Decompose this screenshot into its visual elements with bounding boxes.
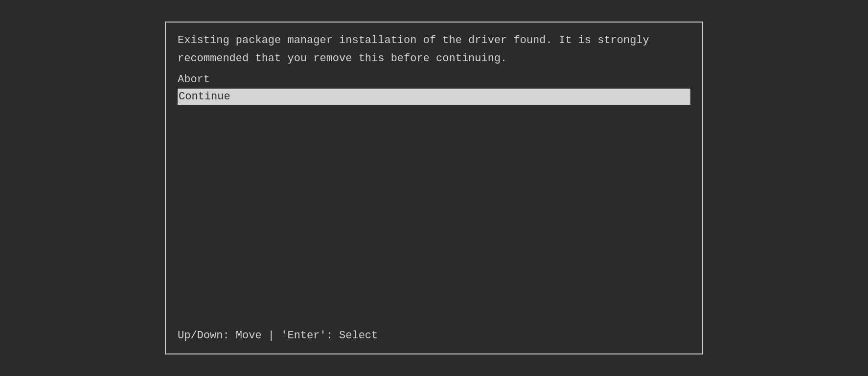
message-line-1: Existing package manager installation of… [178, 32, 690, 48]
dialog-content: Existing package manager installation of… [178, 32, 690, 105]
message-line-2: recommended that you remove this before … [178, 50, 690, 67]
terminal-background: Existing package manager installation of… [0, 0, 868, 376]
dialog-box: Existing package manager installation of… [165, 22, 703, 354]
menu-item-abort[interactable]: Abort [178, 71, 690, 88]
status-bar: Up/Down: Move | 'Enter': Select [178, 328, 690, 344]
menu-list: Abort Continue [178, 71, 690, 105]
menu-item-continue[interactable]: Continue [178, 89, 690, 105]
